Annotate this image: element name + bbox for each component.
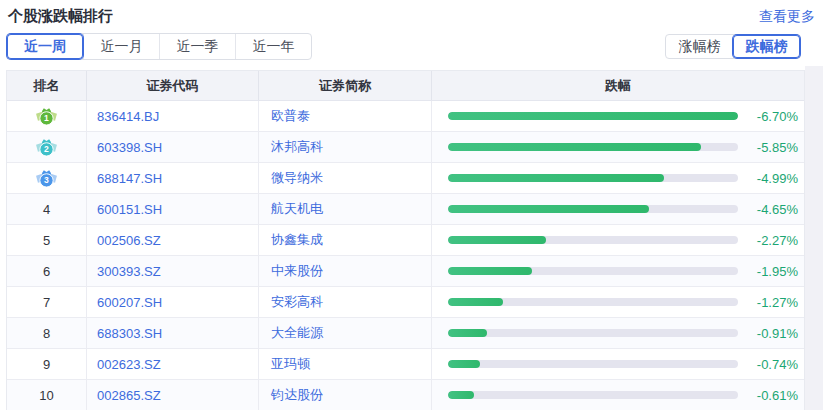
stock-name-link[interactable]: 航天机电 — [259, 194, 432, 224]
table-row: 5002506.SZ协鑫集成-2.27% — [7, 225, 804, 256]
change-cell: -0.61% — [432, 380, 804, 410]
change-bar-track — [448, 360, 738, 368]
stock-code-link[interactable]: 002623.SZ — [87, 349, 259, 379]
change-bar-track — [448, 143, 738, 151]
rank-cell: 9 — [7, 349, 87, 379]
table-row: 10002865.SZ钧达股份-0.61% — [7, 380, 804, 410]
change-bar-fill — [448, 236, 546, 244]
rank-cell: 1 — [7, 101, 87, 131]
stock-ranking-widget: 个股涨跌幅排行 查看更多 近一周近一月近一季近一年 涨幅榜跌幅榜 排名 证券代码… — [0, 0, 823, 410]
change-bar-track — [448, 112, 738, 120]
rank-cell: 7 — [7, 287, 87, 317]
period-tab-4[interactable]: 近一年 — [235, 34, 311, 59]
stock-name-link[interactable]: 中来股份 — [259, 256, 432, 286]
svg-text:2: 2 — [44, 144, 49, 154]
svg-text:1: 1 — [44, 113, 49, 123]
board-toggle-1[interactable]: 涨幅榜 — [666, 35, 733, 58]
rank-cell: 4 — [7, 194, 87, 224]
rank-cell: 3 — [7, 163, 87, 193]
change-bar-track — [448, 298, 738, 306]
change-bar-track — [448, 391, 738, 399]
stock-code-link[interactable]: 002506.SZ — [87, 225, 259, 255]
change-bar-fill — [448, 329, 487, 337]
table-header-row: 排名 证券代码 证券简称 跌幅 — [7, 71, 804, 101]
stock-code-link[interactable]: 600151.SH — [87, 194, 259, 224]
column-header-name: 证券简称 — [259, 71, 432, 100]
rank-cell: 8 — [7, 318, 87, 348]
rank-medal-1-icon: 1 — [35, 107, 58, 126]
stock-name-link[interactable]: 钧达股份 — [259, 380, 432, 410]
table-row: 6300393.SZ中来股份-1.95% — [7, 256, 804, 287]
change-percent: -4.99% — [757, 171, 798, 186]
change-cell: -6.70% — [432, 101, 804, 131]
table-body: 1836414.BJ欧普泰-6.70%2603398.SH沐邦高科-5.85%3… — [7, 101, 804, 410]
change-bar-fill — [448, 112, 738, 120]
change-cell: -5.85% — [432, 132, 804, 162]
column-header-code: 证券代码 — [87, 71, 259, 100]
rank-cell: 2 — [7, 132, 87, 162]
change-percent: -2.27% — [757, 233, 798, 248]
stock-name-link[interactable]: 协鑫集成 — [259, 225, 432, 255]
change-bar-fill — [448, 391, 474, 399]
view-more-link[interactable]: 查看更多 — [759, 8, 815, 26]
stock-code-link[interactable]: 300393.SZ — [87, 256, 259, 286]
change-percent: -5.85% — [757, 140, 798, 155]
page-title: 个股涨跌幅排行 — [8, 7, 113, 26]
board-toggle-group: 涨幅榜跌幅榜 — [665, 34, 801, 59]
stock-name-link[interactable]: 沐邦高科 — [259, 132, 432, 162]
stock-name-link[interactable]: 亚玛顿 — [259, 349, 432, 379]
table-row: 7600207.SH安彩高科-1.27% — [7, 287, 804, 318]
change-percent: -0.61% — [757, 388, 798, 403]
change-bar-track — [448, 205, 738, 213]
change-percent: -0.91% — [757, 326, 798, 341]
change-bar-track — [448, 329, 738, 337]
table-row: 9002623.SZ亚玛顿-0.74% — [7, 349, 804, 380]
change-bar-fill — [448, 205, 649, 213]
stock-name-link[interactable]: 安彩高科 — [259, 287, 432, 317]
change-bar-fill — [448, 174, 664, 182]
change-bar-fill — [448, 360, 480, 368]
rank-medal-2-icon: 2 — [35, 138, 58, 157]
stock-code-link[interactable]: 688147.SH — [87, 163, 259, 193]
table-row: 4600151.SH航天机电-4.65% — [7, 194, 804, 225]
change-bar-track — [448, 236, 738, 244]
board-toggle-2[interactable]: 跌幅榜 — [733, 35, 800, 58]
stock-name-link[interactable]: 微导纳米 — [259, 163, 432, 193]
change-cell: -1.95% — [432, 256, 804, 286]
change-percent: -1.95% — [757, 264, 798, 279]
column-header-change: 跌幅 — [432, 71, 804, 100]
change-percent: -1.27% — [757, 295, 798, 310]
stock-code-link[interactable]: 836414.BJ — [87, 101, 259, 131]
change-bar-fill — [448, 143, 701, 151]
stock-code-link[interactable]: 688303.SH — [87, 318, 259, 348]
period-tab-group: 近一周近一月近一季近一年 — [6, 33, 312, 60]
stock-code-link[interactable]: 600207.SH — [87, 287, 259, 317]
stock-name-link[interactable]: 大全能源 — [259, 318, 432, 348]
rank-cell: 5 — [7, 225, 87, 255]
change-percent: -0.74% — [757, 357, 798, 372]
change-cell: -4.99% — [432, 163, 804, 193]
change-cell: -1.27% — [432, 287, 804, 317]
stock-name-link[interactable]: 欧普泰 — [259, 101, 432, 131]
change-bar-track — [448, 174, 738, 182]
rank-cell: 10 — [7, 380, 87, 410]
rank-cell: 6 — [7, 256, 87, 286]
change-cell: -4.65% — [432, 194, 804, 224]
table-row: 1836414.BJ欧普泰-6.70% — [7, 101, 804, 132]
table-row: 2603398.SH沐邦高科-5.85% — [7, 132, 804, 163]
stock-code-link[interactable]: 002865.SZ — [87, 380, 259, 410]
change-bar-track — [448, 267, 738, 275]
change-cell: -0.91% — [432, 318, 804, 348]
stock-code-link[interactable]: 603398.SH — [87, 132, 259, 162]
column-header-rank: 排名 — [7, 71, 87, 100]
change-cell: -0.74% — [432, 349, 804, 379]
right-gutter — [805, 66, 823, 410]
change-bar-fill — [448, 298, 503, 306]
svg-text:3: 3 — [44, 175, 49, 185]
period-tab-2[interactable]: 近一月 — [83, 34, 159, 59]
period-tab-3[interactable]: 近一季 — [159, 34, 235, 59]
period-tab-1[interactable]: 近一周 — [7, 34, 83, 59]
rank-medal-3-icon: 3 — [35, 169, 58, 188]
change-cell: -2.27% — [432, 225, 804, 255]
change-percent: -6.70% — [757, 109, 798, 124]
